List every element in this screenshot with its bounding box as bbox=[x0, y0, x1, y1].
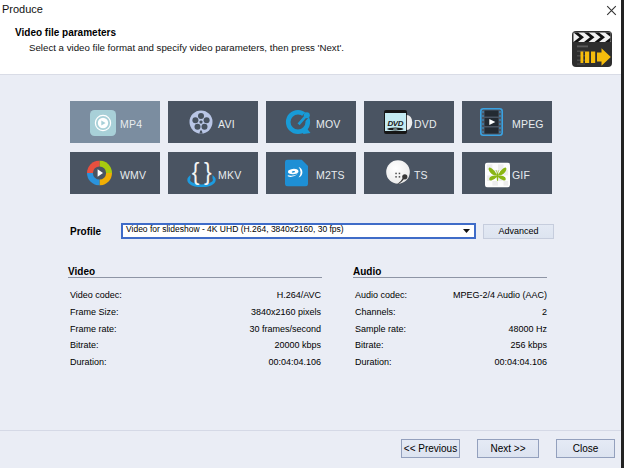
svg-text:{ }: { } bbox=[192, 159, 212, 185]
svg-text:DVD: DVD bbox=[388, 119, 404, 128]
